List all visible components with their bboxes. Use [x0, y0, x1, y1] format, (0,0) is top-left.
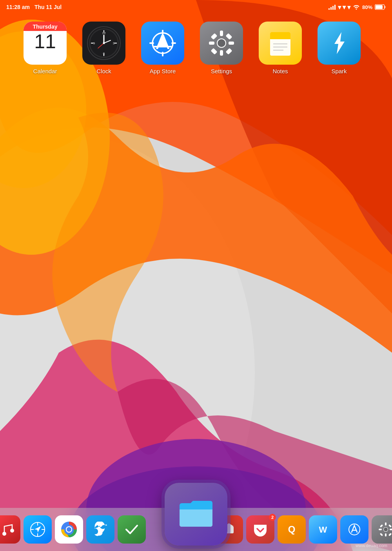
svg-rect-73	[388, 533, 392, 536]
time-display: 11:28 am	[6, 4, 30, 10]
wifi-icon: ▾▼▾	[338, 4, 350, 11]
svg-rect-70	[380, 524, 383, 527]
settings-icon	[200, 22, 243, 65]
svg-rect-7	[376, 5, 383, 9]
svg-rect-37	[226, 33, 232, 40]
clock-label: Clock	[96, 68, 111, 74]
svg-rect-71	[388, 524, 392, 527]
spark-svg	[325, 29, 353, 57]
dock-wordle[interactable]: W	[309, 515, 337, 544]
svg-rect-66	[385, 522, 387, 526]
todoist-icon	[124, 522, 140, 537]
safari-icon	[29, 521, 46, 538]
pocket-badge: 2	[269, 514, 276, 521]
notes-label: Notes	[272, 68, 288, 74]
settings-app[interactable]: Settings	[200, 22, 243, 74]
dock-appstore2[interactable]	[340, 515, 368, 544]
files-app-icon[interactable]	[165, 483, 227, 546]
wordle-icon: W	[315, 522, 331, 537]
svg-rect-8	[385, 6, 386, 8]
svg-marker-55	[34, 524, 43, 533]
notes-icon	[259, 22, 302, 65]
svg-rect-36	[211, 33, 218, 40]
clock-app[interactable]: 12 3 6 9 Clock	[82, 22, 125, 74]
dock-settings2[interactable]: 1	[372, 515, 392, 544]
svg-point-47	[2, 532, 6, 536]
svg-point-74	[384, 527, 388, 531]
svg-rect-67	[385, 533, 387, 536]
spark-app[interactable]: Spark	[318, 22, 361, 74]
signal-icon	[328, 4, 336, 10]
appstore-compass	[147, 27, 178, 59]
svg-rect-38	[211, 48, 218, 55]
svg-point-48	[10, 529, 14, 533]
svg-rect-69	[390, 529, 392, 530]
svg-rect-39	[226, 48, 232, 55]
date-display: Thu 11 Jul	[34, 4, 62, 10]
svg-text:Q: Q	[288, 524, 296, 535]
pocket-icon	[252, 522, 268, 537]
calendar-app[interactable]: Thursday 11 Calendar	[24, 22, 67, 74]
watermark: www.deuaq.com	[356, 543, 387, 548]
clock-icon: 12 3 6 9	[82, 22, 125, 65]
appstore-app[interactable]: A App St	[141, 22, 184, 74]
status-bar: 11:28 am Thu 11 Jul ▾▼▾ 80%	[0, 0, 392, 14]
settings-svg	[207, 29, 236, 57]
status-right: ▾▼▾ 80%	[328, 4, 386, 11]
svg-text:12: 12	[102, 31, 106, 35]
svg-text:9: 9	[93, 42, 95, 45]
settings-label: Settings	[211, 68, 232, 74]
wifi-icon-svg	[353, 4, 360, 10]
clock-svg: 12 3 6 9	[86, 25, 122, 61]
svg-rect-72	[380, 533, 383, 536]
dock-chrome[interactable]	[55, 515, 83, 544]
dock-pocket[interactable]: 2	[246, 515, 274, 544]
svg-rect-33	[220, 50, 223, 56]
appstore-icon: A	[141, 22, 184, 65]
svg-rect-34	[209, 42, 214, 45]
dock-music[interactable]	[0, 515, 20, 544]
svg-rect-43	[270, 36, 290, 39]
battery-icon	[375, 4, 386, 10]
app-grid: Thursday 11 Calendar	[24, 22, 361, 74]
calendar-day-name: Thursday	[24, 22, 67, 31]
battery-percent: 80%	[362, 4, 372, 10]
appstore2-icon	[347, 522, 362, 537]
calendar-label: Calendar	[33, 68, 57, 74]
spark-icon	[318, 22, 361, 65]
appstore-label: App Store	[150, 68, 176, 74]
dock-twitter[interactable]	[86, 515, 114, 544]
chrome-icon	[60, 520, 78, 539]
svg-text:3: 3	[113, 42, 115, 45]
dock-safari[interactable]	[24, 515, 52, 544]
qreader-icon: Q	[284, 522, 299, 537]
files-svg	[176, 495, 216, 534]
spark-label: Spark	[331, 68, 347, 74]
dock-todoist[interactable]	[118, 515, 146, 544]
settings2-icon	[378, 522, 392, 537]
svg-text:6: 6	[103, 52, 105, 55]
notes-app[interactable]: Notes	[259, 22, 302, 74]
calendar-day-number: 11	[34, 31, 56, 52]
files-app-container[interactable]	[165, 483, 227, 546]
svg-rect-68	[379, 529, 382, 530]
dock-qreader[interactable]: Q	[278, 515, 306, 544]
svg-text:W: W	[319, 525, 327, 535]
notes-svg	[266, 29, 294, 57]
status-left: 11:28 am Thu 11 Jul	[6, 4, 62, 10]
svg-rect-35	[229, 42, 234, 45]
twitter-icon	[93, 522, 108, 537]
svg-rect-32	[220, 31, 223, 36]
svg-point-59	[67, 527, 71, 532]
svg-point-40	[218, 39, 225, 47]
svg-point-19	[103, 42, 105, 44]
wallpaper	[0, 0, 392, 551]
music-icon	[0, 521, 15, 538]
calendar-icon: Thursday 11	[24, 22, 67, 65]
